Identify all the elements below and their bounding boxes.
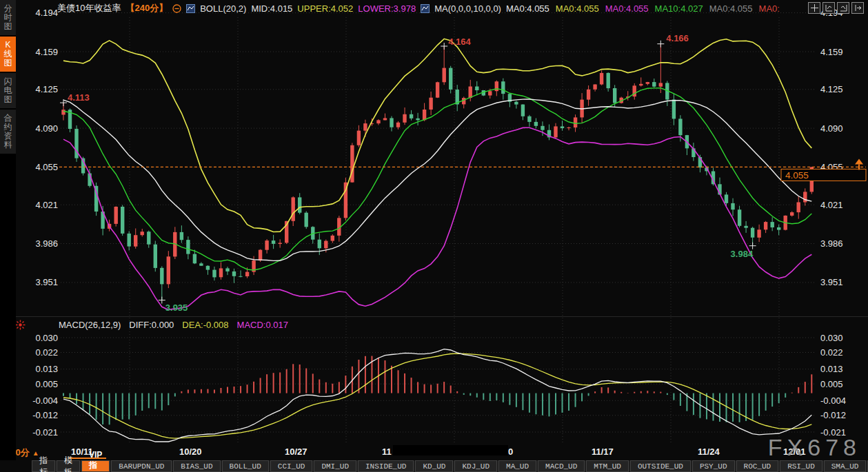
sidebar-item[interactable]: 合约资料 <box>0 110 16 154</box>
sidebar-item[interactable]: 闪电图 <box>0 73 16 108</box>
tabbar-corner <box>0 460 32 472</box>
axis-labels: 4.1944.1944.1594.1594.1254.1254.0904.090… <box>32 8 846 437</box>
svg-text:4.021: 4.021 <box>820 200 843 210</box>
ma-value: MA0:4.055 <box>605 3 649 14</box>
tab-indicator[interactable]: OUTSIDE_UD <box>630 460 691 472</box>
svg-text:-0.021: -0.021 <box>32 427 58 438</box>
boll-label: BOLL(20,2) <box>200 3 246 14</box>
svg-text:-0.012: -0.012 <box>32 410 58 420</box>
candles <box>61 44 814 300</box>
tab-indicator[interactable]: CCI_UD <box>270 460 313 472</box>
tab-indicator[interactable]: PSY_UD <box>692 460 735 472</box>
chart-header: 美债10年收益率 【240分】 BOLL(20,2) MID:4.015 UPP… <box>16 0 868 17</box>
x-axis-label: 0 <box>508 447 513 457</box>
chart-canvas[interactable]: 4.1944.1944.1594.1594.1254.1254.0904.090… <box>0 0 868 460</box>
svg-text:0.013: 0.013 <box>35 364 58 374</box>
tab-indicator[interactable]: DMI_UD <box>314 460 356 472</box>
macd-diff-value: DIFF:0.000 <box>129 320 174 330</box>
x-axis-label: 11/24 <box>698 447 720 457</box>
redaction-box <box>393 445 508 455</box>
bottom-tab-bar: 指标模板VIP指标BARUPDN_UDBIAS_UDBOLL_UDCCI_UDD… <box>0 460 868 472</box>
tab-indicator[interactable]: BARUPDN_UD <box>111 460 172 472</box>
svg-text:4.125: 4.125 <box>35 84 58 94</box>
tab-指标[interactable]: 指标 <box>32 460 55 472</box>
exit-panel-icon[interactable] <box>851 2 864 14</box>
tab-indicator[interactable]: MA_UD <box>498 460 536 472</box>
sidebar-item[interactable]: K线图 <box>0 37 16 72</box>
tab-indicator[interactable]: KDJ_UD <box>454 460 497 472</box>
axis-left-icon[interactable] <box>822 2 835 14</box>
svg-text:0.022: 0.022 <box>35 347 58 358</box>
ma-label: MA(0,0,0,10,0,0) <box>434 3 501 14</box>
svg-text:4.159: 4.159 <box>35 47 58 57</box>
ma-value: MA0:4.055 <box>709 3 753 14</box>
tab-indicator[interactable]: MACD_UD <box>538 460 585 472</box>
macd-header: MACD(26,12,9) DIFF:0.000 DEA:-0.008 MACD… <box>59 320 288 330</box>
x-axis-label: 11/17 <box>592 447 614 457</box>
svg-text:3.984: 3.984 <box>731 249 754 259</box>
svg-text:0.013: 0.013 <box>820 364 843 374</box>
svg-text:4.166: 4.166 <box>666 33 689 43</box>
tab-indicator[interactable]: KD_UD <box>415 460 453 472</box>
macd-hist-value: MACD:0.017 <box>237 320 288 330</box>
tab-indicator[interactable]: RSI_UD <box>780 460 822 472</box>
tab-indicator[interactable]: MTM_UD <box>586 460 629 472</box>
svg-text:4.159: 4.159 <box>820 47 843 57</box>
svg-text:0.030: 0.030 <box>820 333 843 343</box>
x-axis-row: FX678 240分▲ 10/1110/2010/2711011/1711/24… <box>0 444 868 460</box>
macd-panel <box>63 349 811 442</box>
svg-text:4.090: 4.090 <box>35 123 58 134</box>
tab-indicator[interactable]: BIAS_UD <box>173 460 220 472</box>
svg-text:3.986: 3.986 <box>35 238 58 249</box>
svg-text:4.021: 4.021 <box>35 200 58 210</box>
svg-text:0.022: 0.022 <box>820 347 843 358</box>
page-title: 美债10年收益率 <box>57 2 121 14</box>
boll-indicator-icon[interactable] <box>186 4 195 13</box>
svg-text:3.935: 3.935 <box>165 302 188 313</box>
tab-indicator[interactable]: BOLL_UD <box>222 460 269 472</box>
svg-text:0.030: 0.030 <box>35 333 58 343</box>
svg-text:3.951: 3.951 <box>820 277 843 287</box>
axis-right-icon[interactable] <box>837 2 849 14</box>
crosshair-tool-icon[interactable] <box>808 2 820 14</box>
svg-text:4.125: 4.125 <box>820 84 843 94</box>
sidebar-item[interactable]: 分时图 <box>0 0 16 35</box>
period-arrow-icon: ▲ <box>32 449 39 457</box>
x-axis-label: 11 <box>382 447 392 457</box>
collapse-circle-icon[interactable] <box>172 4 181 13</box>
tab-VIP指标[interactable]: VIP指标 <box>81 460 110 472</box>
svg-text:4.090: 4.090 <box>820 123 843 134</box>
sidebar: 分时图K线图闪电图合约资料 <box>0 0 16 460</box>
svg-text:-0.004: -0.004 <box>32 396 58 406</box>
ma-indicator-icon[interactable] <box>421 4 430 13</box>
svg-text:-0.004: -0.004 <box>820 396 846 406</box>
watermark: FX678 <box>768 434 861 461</box>
boll-lower-line <box>63 127 811 309</box>
svg-text:-0.012: -0.012 <box>820 410 846 420</box>
svg-text:4.164: 4.164 <box>448 37 471 47</box>
boll-mid-value: MID:4.015 <box>251 3 292 14</box>
ma-values: MA0:4.055MA0:4.055MA0:4.055MA10:4.027MA0… <box>506 3 780 14</box>
macd-settings-icon[interactable] <box>15 320 26 333</box>
gridlines <box>16 13 868 443</box>
ma-value: MA10:4.027 <box>655 3 703 14</box>
svg-text:4.113: 4.113 <box>68 92 90 103</box>
ma-value: MA0: <box>759 3 780 14</box>
tab-indicator[interactable]: SMA_UD <box>824 460 867 472</box>
svg-text:3.986: 3.986 <box>820 238 843 249</box>
svg-text:4.055: 4.055 <box>785 170 809 181</box>
svg-text:4.055: 4.055 <box>35 162 58 172</box>
boll-upper-line <box>63 39 811 232</box>
tab-indicator[interactable]: INSIDE_UD <box>358 460 414 472</box>
svg-text:0.005: 0.005 <box>820 379 843 389</box>
x-axis-label: 10/20 <box>179 447 202 457</box>
tab-indicator[interactable]: ROC_UD <box>736 460 779 472</box>
svg-text:3.951: 3.951 <box>35 277 58 287</box>
svg-text:0.005: 0.005 <box>35 379 58 389</box>
annotations: 4.1133.9354.1644.1663.984 <box>60 33 756 313</box>
macd-dea-value: DEA:-0.008 <box>182 320 228 330</box>
ma-value: MA0:4.055 <box>556 3 599 14</box>
period-tag[interactable]: 【240分】 <box>125 2 168 14</box>
x-axis-label: 10/27 <box>285 447 307 457</box>
tab-模板[interactable]: 模板 <box>57 460 80 472</box>
